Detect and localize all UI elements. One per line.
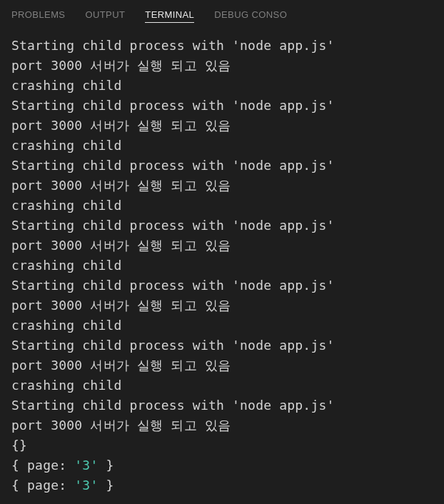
terminal-line: { page: '3' } [11,455,433,475]
panel-tabs: PROBLEMS OUTPUT TERMINAL DEBUG CONSO [0,0,444,29]
terminal-line: Starting child process with 'node app.js… [11,336,433,356]
tab-problems[interactable]: PROBLEMS [11,0,75,29]
terminal-line: port 3000 서버가 실행 되고 있음 [11,116,433,136]
terminal-line: port 3000 서버가 실행 되고 있음 [11,236,433,256]
terminal-line: port 3000 서버가 실행 되고 있음 [11,296,433,316]
terminal-line: Starting child process with 'node app.js… [11,216,433,236]
terminal-line: port 3000 서버가 실행 되고 있음 [11,415,433,435]
tab-debug-console[interactable]: DEBUG CONSO [204,0,297,29]
terminal-line: Starting child process with 'node app.js… [11,96,433,116]
tab-output[interactable]: OUTPUT [75,0,135,29]
terminal-line: port 3000 서버가 실행 되고 있음 [11,176,433,196]
terminal-output[interactable]: Starting child process with 'node app.js… [0,29,444,503]
terminal-line: crashing child [11,196,433,216]
tab-terminal[interactable]: TERMINAL [135,0,204,29]
terminal-line: Starting child process with 'node app.js… [11,156,433,176]
terminal-line: { page: '3' } [11,475,433,495]
terminal-line: Starting child process with 'node app.js… [11,36,433,56]
terminal-line: crashing child [11,76,433,96]
terminal-line: crashing child [11,256,433,276]
terminal-line: {} [11,435,433,455]
terminal-line: crashing child [11,136,433,156]
terminal-line: port 3000 서버가 실행 되고 있음 [11,56,433,76]
terminal-line: port 3000 서버가 실행 되고 있음 [11,356,433,376]
terminal-line: Starting child process with 'node app.js… [11,276,433,296]
terminal-line: Starting child process with 'node app.js… [11,395,433,415]
terminal-line: crashing child [11,376,433,395]
terminal-line: crashing child [11,316,433,336]
